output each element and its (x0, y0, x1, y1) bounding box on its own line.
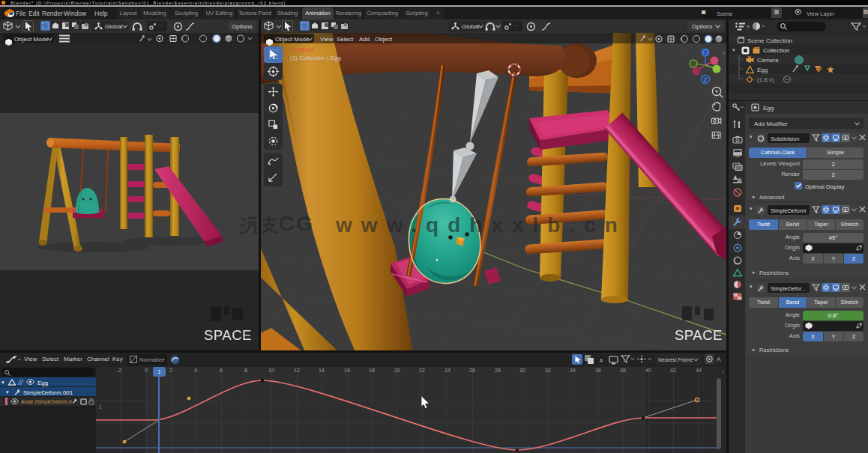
svg-text:Z: Z (704, 50, 708, 55)
svg-text:Z: Z (704, 77, 708, 82)
svg-text:A: A (600, 358, 603, 363)
